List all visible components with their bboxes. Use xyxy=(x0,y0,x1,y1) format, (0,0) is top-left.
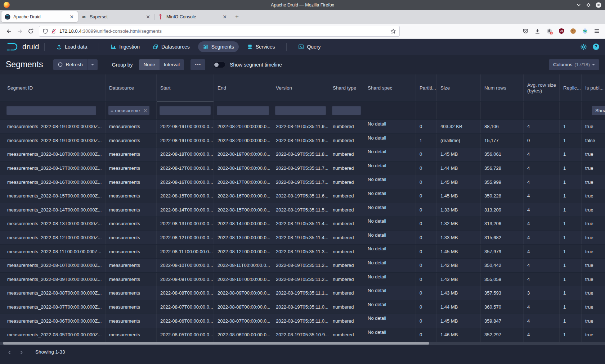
tab-minio-console[interactable]: MinIO Console ✕ xyxy=(154,11,231,22)
is-published-show-button[interactable]: Show xyxy=(592,106,605,115)
menu-hamburger-icon[interactable] xyxy=(594,28,600,34)
tab-close-icon[interactable]: ✕ xyxy=(69,14,75,20)
remove-filter-icon[interactable]: ✕ xyxy=(143,108,147,113)
refresh-dropdown-button[interactable] xyxy=(87,59,98,70)
cell-version: 2022-08-19T05:35:11.3... xyxy=(272,245,329,258)
column-header[interactable]: Replic... xyxy=(560,74,582,101)
cell-datasource: measurements xyxy=(106,203,157,217)
column-header[interactable]: Avg. row size (bytes) xyxy=(524,74,560,101)
table-row[interactable]: measurements_2022-08-08T00:00:00.000Z...… xyxy=(0,286,605,300)
cell-shard_spec: No detail xyxy=(364,161,416,175)
table-row[interactable]: measurements_2022-08-10T00:00:00.000Z...… xyxy=(0,258,605,272)
table-row[interactable]: measurements_2022-08-05T00:00:00.000Z...… xyxy=(0,328,605,342)
table-row[interactable]: measurements_2022-08-15T00:00:00.000Z...… xyxy=(0,189,605,203)
more-options-button[interactable]: ••• xyxy=(191,59,205,70)
druid-brand[interactable]: druid xyxy=(6,42,39,51)
columns-button[interactable]: Columns (17/18) xyxy=(549,59,599,70)
segment-timeline-toggle[interactable] xyxy=(213,62,225,68)
previous-page-button[interactable] xyxy=(5,348,14,357)
filter-cell-datasource: = measureme ✕ xyxy=(106,102,157,119)
cell-is_published: true xyxy=(582,314,605,328)
back-button[interactable] xyxy=(4,26,14,37)
table-row[interactable]: measurements_2022-08-18T00:00:00.000Z...… xyxy=(0,147,605,161)
cell-version: 2022-08-19T05:35:11.5... xyxy=(272,203,329,217)
table-row[interactable]: measurements_2022-08-06T00:00:00.000Z...… xyxy=(0,314,605,328)
tab-superset[interactable]: ∞ Superset ✕ xyxy=(78,11,154,22)
tab-close-icon[interactable]: ✕ xyxy=(145,14,151,20)
cell-shard_spec: No detail xyxy=(364,273,416,286)
start-filter-input[interactable] xyxy=(160,106,211,115)
shield-icon[interactable] xyxy=(42,28,48,34)
forward-button[interactable] xyxy=(14,26,25,37)
new-tab-button[interactable]: + xyxy=(231,13,243,21)
group-by-interval-button[interactable]: Interval xyxy=(160,59,184,70)
settings-gear-icon[interactable] xyxy=(580,44,587,50)
help-icon[interactable]: ? xyxy=(593,44,599,50)
column-header[interactable]: Shard type xyxy=(329,74,364,101)
column-header[interactable]: Size xyxy=(437,74,481,101)
group-by-none-button[interactable]: None xyxy=(139,59,159,70)
nav-item-ingestion[interactable]: Ingestion xyxy=(106,41,144,52)
nav-item-services[interactable]: Services xyxy=(242,41,280,52)
table-row[interactable]: measurements_2022-08-19T00:00:00.000Z...… xyxy=(0,119,605,133)
horizontal-scrollbar[interactable] xyxy=(0,342,605,345)
table-row[interactable]: measurements_2022-08-17T00:00:00.000Z...… xyxy=(0,161,605,175)
table-row[interactable]: measurements_2022-08-13T00:00:00.000Z...… xyxy=(0,217,605,231)
column-header[interactable]: Segment ID xyxy=(0,74,106,101)
segment-id-filter-input[interactable] xyxy=(6,106,96,115)
cell-partition: 0 xyxy=(416,217,437,231)
tab-apache-druid[interactable]: Apache Druid ✕ xyxy=(1,11,78,22)
ublock-shield-icon[interactable]: UO xyxy=(559,28,564,34)
ingestion-icon xyxy=(111,44,116,50)
table-row[interactable]: measurements_2022-08-11T00:00:00.000Z...… xyxy=(0,244,605,258)
next-page-button[interactable] xyxy=(17,348,26,357)
cell-end: 2022-08-19T00:00:00.0... xyxy=(214,147,272,161)
shard-type-filter-input[interactable] xyxy=(332,106,361,115)
url-bar[interactable]: 172.18.0.4:30899/unified-console.html#se… xyxy=(39,26,400,37)
cell-shard_spec: No detail xyxy=(364,231,416,245)
cell-segment_id: measurements_2022-08-10T00:00:00.000Z... xyxy=(0,259,106,272)
refresh-button[interactable]: Refresh xyxy=(53,59,87,70)
table-row[interactable]: measurements_2022-08-16T00:00:00.000Z...… xyxy=(0,175,605,189)
datasource-filter-chip[interactable]: = measureme ✕ xyxy=(108,106,149,115)
pocket-icon[interactable] xyxy=(523,28,529,34)
cell-datasource: measurements xyxy=(106,328,157,342)
url-path: :30899/unified-console.html#segments xyxy=(81,28,162,34)
window-minimize-icon[interactable] xyxy=(576,3,581,8)
cell-avg_row_size: 3 xyxy=(524,286,560,300)
column-header[interactable]: Is publ... xyxy=(582,74,605,101)
column-header[interactable]: Start xyxy=(157,74,214,101)
nav-item-query[interactable]: Query xyxy=(293,41,325,52)
column-header[interactable]: Shard spec xyxy=(364,74,416,101)
column-header[interactable]: Num rows xyxy=(481,74,524,101)
table-row[interactable]: measurements_2022-08-12T00:00:00.000Z...… xyxy=(0,231,605,245)
table-row[interactable]: measurements_2022-08-07T00:00:00.000Z...… xyxy=(0,300,605,314)
table-row[interactable]: measurements_2022-08-14T00:00:00.000Z...… xyxy=(0,203,605,217)
bookmark-star-icon[interactable] xyxy=(390,28,396,34)
window-close-icon[interactable] xyxy=(596,2,601,8)
nav-item-segments[interactable]: Segments xyxy=(198,41,239,52)
nav-item-datasources[interactable]: Datasources xyxy=(148,41,194,52)
lock-insecure-icon[interactable] xyxy=(51,28,57,34)
cell-datasource: measurements xyxy=(106,245,157,258)
column-header[interactable]: Datasource xyxy=(106,74,157,101)
extension-blocked-icon[interactable] xyxy=(546,28,553,35)
window-maximize-icon[interactable] xyxy=(586,3,591,8)
table-row[interactable]: measurements_2022-08-09T00:00:00.000Z...… xyxy=(0,272,605,286)
download-icon[interactable] xyxy=(534,28,541,34)
cell-datasource: measurements xyxy=(106,259,157,272)
nav-item-load-data[interactable]: Load data xyxy=(51,41,92,52)
cookie-icon[interactable] xyxy=(570,28,576,34)
cell-segment_id: measurements_2022-08-16T00:00:00.000Z... xyxy=(0,175,106,189)
tab-close-icon[interactable]: ✕ xyxy=(222,14,228,20)
end-filter-input[interactable] xyxy=(217,106,269,115)
column-header[interactable]: End xyxy=(214,74,272,101)
column-header[interactable]: Version xyxy=(272,74,329,101)
column-header[interactable]: Partiti... xyxy=(416,74,437,101)
version-filter-input[interactable] xyxy=(275,106,326,115)
reload-button[interactable] xyxy=(25,26,36,37)
scrollbar-thumb[interactable] xyxy=(3,342,429,345)
asterisk-extension-icon[interactable] xyxy=(582,28,588,34)
cell-num_rows: 355,059 xyxy=(481,273,524,286)
table-row[interactable]: measurements_2022-08-19T00:00:00.000Z...… xyxy=(0,133,605,147)
